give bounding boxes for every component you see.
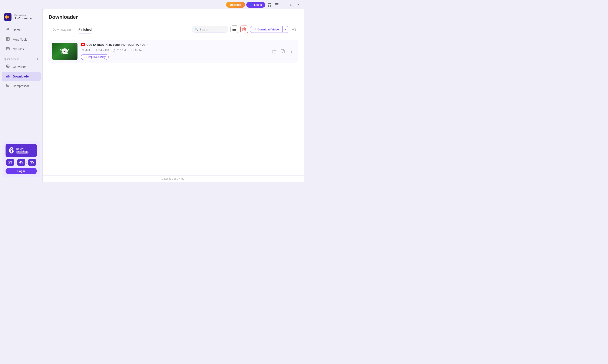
resolution-icon bbox=[94, 49, 97, 52]
meta-duration: 05:14 bbox=[131, 49, 142, 52]
video-title: COSTA RICA IN 4K 60fps HDR (ULTRA HD) bbox=[86, 43, 145, 46]
svg-rect-7 bbox=[6, 38, 8, 39]
svg-rect-9 bbox=[6, 39, 8, 40]
filesize-value: 26.37 MB bbox=[116, 49, 127, 52]
svg-point-5 bbox=[5, 16, 7, 18]
tab-downloading[interactable]: Downloading bbox=[49, 26, 75, 33]
sidebar-item-home[interactable]: Home bbox=[2, 25, 41, 35]
external-link-icon[interactable]: ↗ bbox=[146, 43, 149, 46]
download-video-button[interactable]: ⬇ Download Video ▾ bbox=[250, 26, 288, 33]
main-content: Downloader Downloading Finished 🔍 bbox=[43, 9, 304, 182]
minimize-button[interactable]: ─ bbox=[281, 2, 287, 8]
sidebar-bottom: 6 Day(s) Free Trial 23 : 45 : 35 Login bbox=[0, 138, 42, 180]
close-button[interactable]: ✕ bbox=[296, 2, 301, 8]
quick-access-header: Quick Access + bbox=[0, 56, 42, 62]
meta-resolution: 854 x 480 bbox=[94, 49, 109, 52]
meta-filesize: 26.37 MB bbox=[113, 49, 127, 52]
video-info: COSTA RICA IN 4K 60fps HDR (ULTRA HD) ↗ bbox=[81, 43, 267, 60]
video-item: COSTARICA ▶ 🎬 COSTA RICA IN 4K 60f bbox=[49, 40, 298, 63]
page-header: Downloader bbox=[43, 9, 304, 23]
status-text: 1 Item(s), 26.37 MB bbox=[162, 177, 184, 180]
login-header-button[interactable]: 👤 Log In bbox=[246, 2, 265, 8]
sidebar-item-my-files[interactable]: My Files bbox=[2, 44, 41, 54]
sidebar-item-compressor[interactable]: Compressor bbox=[2, 81, 41, 91]
duration-icon bbox=[131, 49, 134, 52]
svg-rect-11 bbox=[6, 48, 9, 50]
svg-rect-6 bbox=[7, 29, 9, 31]
improve-clarity-button[interactable]: ✨ Improve Clarity bbox=[81, 54, 109, 60]
film-strip-icon: 🎬 bbox=[74, 44, 77, 46]
user-icon: 👤 bbox=[250, 3, 253, 6]
tab-finished[interactable]: Finished bbox=[75, 26, 96, 33]
headphones-icon[interactable]: 🎧 bbox=[267, 2, 272, 8]
delete-button[interactable] bbox=[240, 26, 248, 33]
trial-timer: 23 : 45 : 35 bbox=[6, 159, 36, 166]
more-tools-label: More Tools bbox=[13, 38, 27, 41]
timer-sep-1: : bbox=[15, 160, 16, 164]
svg-rect-31 bbox=[94, 49, 97, 51]
download-video-dropdown[interactable]: ▾ bbox=[282, 26, 288, 32]
svg-rect-15 bbox=[6, 77, 9, 77]
svg-rect-17 bbox=[233, 28, 236, 28]
trial-days-text: Day(s) Free Trial bbox=[16, 147, 28, 154]
title-bar-controls: Upgrade 👤 Log In 🎧 ─ □ ✕ bbox=[226, 2, 301, 8]
upgrade-button[interactable]: Upgrade bbox=[226, 2, 245, 8]
svg-rect-19 bbox=[233, 30, 236, 31]
meta-format: MP4 bbox=[81, 49, 90, 52]
timer-seconds: 35 bbox=[28, 159, 36, 166]
settings-button[interactable] bbox=[290, 26, 298, 33]
converter-label: Converter bbox=[13, 65, 26, 68]
format-icon bbox=[81, 49, 84, 52]
timer-minutes: 45 bbox=[17, 159, 25, 166]
trial-card: 6 Day(s) Free Trial 23 : 45 : 35 Login bbox=[2, 141, 40, 177]
my-files-icon bbox=[6, 47, 10, 52]
sidebar-item-downloader[interactable]: Downloader bbox=[2, 72, 41, 81]
page-title: Downloader bbox=[49, 14, 298, 20]
svg-point-37 bbox=[291, 52, 292, 53]
download-video-main[interactable]: ⬇ Download Video bbox=[250, 26, 282, 33]
improve-icon: ✨ bbox=[84, 56, 87, 59]
search-input[interactable] bbox=[200, 28, 225, 31]
svg-rect-1 bbox=[275, 4, 278, 5]
my-files-label: My Files bbox=[13, 48, 24, 51]
timer-hours: 23 bbox=[6, 159, 14, 166]
play-overlay[interactable]: ▶ bbox=[62, 48, 68, 54]
title-bar: Upgrade 👤 Log In 🎧 ─ □ ✕ bbox=[0, 0, 304, 9]
resolution-value: 854 x 480 bbox=[98, 49, 109, 52]
svg-point-14 bbox=[6, 65, 9, 68]
video-thumbnail: COSTARICA ▶ 🎬 bbox=[52, 43, 78, 60]
sidebar: Wondershare UniConverter Home bbox=[0, 9, 43, 182]
compressor-icon bbox=[6, 83, 10, 88]
menu-icon[interactable] bbox=[274, 2, 280, 8]
quick-access-add-icon[interactable]: + bbox=[37, 57, 39, 61]
video-meta: MP4 854 x 480 bbox=[81, 49, 267, 52]
toolbar: Downloading Finished 🔍 bbox=[43, 23, 304, 36]
maximize-button[interactable]: □ bbox=[288, 2, 294, 8]
trial-days-number: 6 bbox=[9, 146, 14, 155]
video-title-row: COSTA RICA IN 4K 60fps HDR (ULTRA HD) ↗ bbox=[81, 43, 267, 47]
downloader-icon bbox=[6, 74, 10, 79]
save-to-button[interactable] bbox=[279, 48, 286, 55]
more-actions-button[interactable] bbox=[288, 48, 295, 55]
svg-point-25 bbox=[294, 29, 295, 30]
svg-point-36 bbox=[291, 51, 292, 52]
improve-label: Improve Clarity bbox=[88, 56, 106, 59]
download-video-label: Download Video bbox=[257, 28, 279, 31]
open-folder-button[interactable] bbox=[271, 48, 278, 55]
compressor-label: Compressor bbox=[13, 84, 29, 88]
home-icon bbox=[6, 27, 10, 32]
downloader-label: Downloader bbox=[13, 75, 30, 78]
sidebar-item-converter[interactable]: Converter bbox=[2, 62, 41, 71]
trial-free-label: Free Trial bbox=[16, 151, 28, 154]
quick-access-label: Quick Access bbox=[4, 58, 19, 61]
brand-name: Wondershare bbox=[14, 14, 33, 17]
search-box[interactable]: 🔍 bbox=[192, 26, 228, 33]
sidebar-item-more-tools[interactable]: More Tools bbox=[2, 35, 41, 44]
duration-value: 05:14 bbox=[135, 49, 142, 52]
svg-point-35 bbox=[291, 50, 292, 51]
content-area: COSTARICA ▶ 🎬 COSTA RICA IN 4K 60f bbox=[43, 36, 304, 175]
trial-days-box: 6 Day(s) Free Trial bbox=[6, 144, 37, 157]
trial-login-button[interactable]: Login bbox=[6, 168, 37, 174]
home-label: Home bbox=[13, 28, 21, 32]
list-view-button[interactable] bbox=[231, 26, 238, 33]
